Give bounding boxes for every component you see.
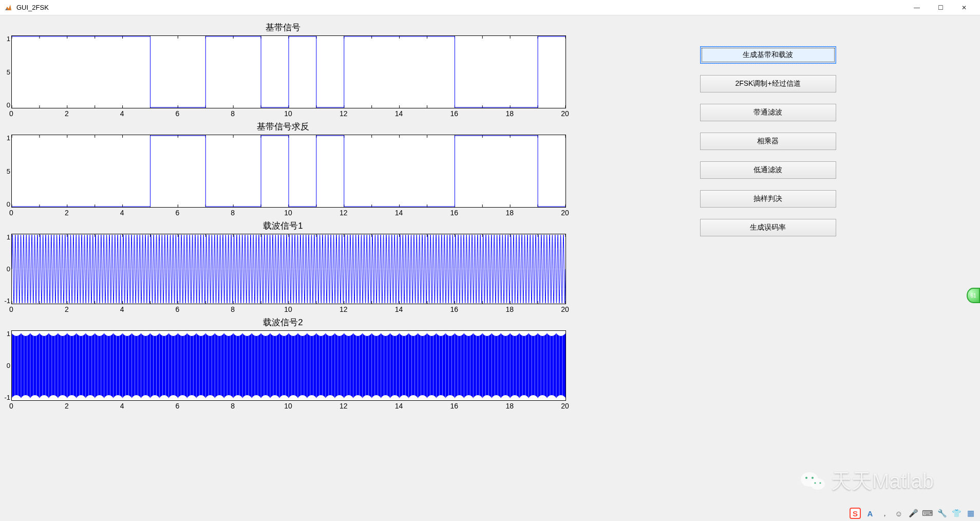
plot-canvas-carrier1[interactable]: [11, 234, 566, 304]
matlab-icon: [4, 4, 12, 12]
sampling-decision-button[interactable]: 抽样判决: [700, 190, 836, 208]
generate-ber-button[interactable]: 生成误码率: [700, 219, 836, 236]
plot-title: 基带信号: [0, 22, 566, 33]
grid-icon[interactable]: ▦: [966, 508, 976, 518]
shirt-icon[interactable]: 👕: [951, 508, 962, 518]
y-ticks: 1 5 0: [1, 35, 10, 108]
mic-icon[interactable]: 🎤: [908, 508, 918, 518]
plots-column: 基带信号 1 5 0 0 2 4 6 8 10 12 14 16 18: [0, 21, 566, 516]
fsk-modulate-channel-button[interactable]: 2FSK调制+经过信道: [700, 75, 836, 92]
floating-badge[interactable]: 61: [967, 288, 980, 303]
keyboard-icon[interactable]: ⌨: [922, 508, 933, 518]
ime-mode-icon[interactable]: A: [865, 508, 875, 518]
generate-baseband-carrier-button[interactable]: 生成基带和载波: [700, 46, 836, 64]
plot-baseband-inverted: 基带信号求反 1 5 0 0 2 4 6 8 10 12 14 16 18: [0, 120, 566, 217]
window-controls: — ☐ ✕: [905, 0, 976, 15]
ime-punct-icon[interactable]: ，: [879, 508, 890, 518]
plot-title: 载波信号1: [0, 220, 566, 232]
titlebar: GUI_2FSK — ☐ ✕: [0, 0, 980, 15]
window-title: GUI_2FSK: [16, 4, 49, 11]
plot-carrier1: 载波信号1 1 0 -1 0 2 4 6 8 10 12 14 16 18: [0, 219, 566, 313]
y-ticks: 1 0 -1: [1, 330, 10, 401]
y-ticks: 1 0 -1: [1, 234, 10, 304]
x-ticks: 0 2 4 6 8 10 12 14 16 18 20: [11, 209, 565, 217]
plot-carrier2: 载波信号2 1 0 -1 0 2 4 6 8 10 12 14 16 18: [0, 315, 566, 410]
sogou-ime-icon[interactable]: S: [850, 508, 861, 519]
plot-canvas-carrier2[interactable]: [11, 330, 566, 401]
maximize-button[interactable]: ☐: [929, 0, 952, 15]
y-ticks: 1 5 0: [1, 135, 10, 208]
lowpass-filter-button[interactable]: 低通滤波: [700, 161, 836, 179]
taskbar-tray: S A ， ☺ 🎤 ⌨ 🔧 👕 ▦: [845, 506, 980, 521]
plot-title: 载波信号2: [0, 317, 566, 328]
multiplier-button[interactable]: 相乘器: [700, 133, 836, 150]
plot-canvas-baseband-inverted[interactable]: [11, 135, 566, 208]
minimize-button[interactable]: —: [905, 0, 929, 15]
plot-canvas-baseband[interactable]: [11, 35, 566, 108]
plot-title: 基带信号求反: [0, 121, 566, 133]
x-ticks: 0 2 4 6 8 10 12 14 16 18 20: [11, 402, 565, 410]
tool-icon[interactable]: 🔧: [937, 508, 947, 518]
bandpass-filter-button[interactable]: 带通滤波: [700, 104, 836, 121]
x-ticks: 0 2 4 6 8 10 12 14 16 18 20: [11, 305, 565, 313]
buttons-column: 生成基带和载波 2FSK调制+经过信道 带通滤波 相乘器 低通滤波 抽样判决 生…: [566, 21, 970, 516]
titlebar-left: GUI_2FSK: [4, 4, 49, 12]
smile-icon[interactable]: ☺: [894, 508, 904, 518]
plot-baseband: 基带信号 1 5 0 0 2 4 6 8 10 12 14 16 18: [0, 21, 566, 118]
close-button[interactable]: ✕: [952, 0, 976, 15]
x-ticks: 0 2 4 6 8 10 12 14 16 18 20: [11, 109, 565, 118]
main-area: 基带信号 1 5 0 0 2 4 6 8 10 12 14 16 18: [0, 15, 980, 521]
